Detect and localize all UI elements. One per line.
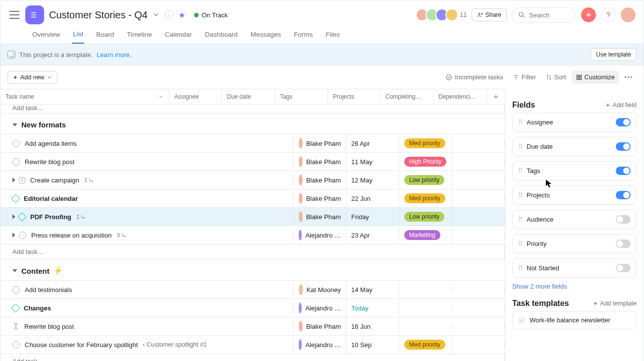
section-collapse-icon[interactable] <box>12 269 17 272</box>
sort-button[interactable]: Sort <box>541 70 571 84</box>
tag-pill[interactable]: Med priority <box>404 193 445 203</box>
field-toggle[interactable] <box>616 215 631 224</box>
task-name[interactable]: Press release on acquisition <box>31 232 112 239</box>
assignee-cell[interactable]: Alejandro … <box>294 336 346 354</box>
task-name[interactable]: Editorial calendar <box>24 195 78 202</box>
template-item[interactable]: Work-life balance newsletter <box>512 311 637 329</box>
due-date-cell[interactable]: 12 May <box>346 173 399 187</box>
drag-handle-icon[interactable]: ⠿ <box>518 216 522 223</box>
expand-subtasks-icon[interactable] <box>12 178 15 182</box>
due-date-cell[interactable]: 11 May <box>346 155 399 169</box>
tab-calendar[interactable]: Calendar <box>164 27 193 43</box>
tags-cell[interactable]: Marketing <box>399 227 452 243</box>
approval-icon[interactable] <box>19 177 25 183</box>
project-status[interactable]: On Track <box>190 9 232 21</box>
task-name[interactable]: Rewrite blog post <box>24 323 74 330</box>
projects-cell[interactable] <box>452 195 505 202</box>
search-input[interactable] <box>528 11 568 19</box>
tags-cell[interactable]: Med priority <box>399 190 452 207</box>
col-task-sort-icon[interactable] <box>158 94 164 100</box>
col-completing[interactable]: Completing… <box>380 89 433 104</box>
due-date-cell[interactable]: Today <box>346 301 399 315</box>
table-row[interactable]: Create campaign 1 Blake Pham 12 May Low … <box>0 171 505 189</box>
table-row[interactable]: Add task… <box>0 244 505 259</box>
milestone-icon[interactable] <box>17 212 26 221</box>
show-more-fields[interactable]: Show 2 more fields <box>512 283 637 290</box>
due-date-cell[interactable]: 10 Sep <box>346 338 399 352</box>
table-row[interactable]: Rewrite blog post Blake Pham 16 Jun <box>0 317 505 336</box>
due-date-cell[interactable]: 23 Apr <box>346 228 399 242</box>
incomplete-tasks-filter[interactable]: Incomplete tasks <box>441 70 508 84</box>
tab-board[interactable]: Board <box>95 27 115 43</box>
member-avatars[interactable]: 11 <box>419 8 467 21</box>
col-task-name[interactable]: Task name <box>5 93 34 100</box>
banner-link[interactable]: Learn more. <box>97 51 131 59</box>
rule-icon[interactable]: ⚡ <box>54 266 63 275</box>
tag-pill[interactable]: Low priority <box>404 212 444 222</box>
projects-cell[interactable] <box>452 232 505 239</box>
sidebar-toggle[interactable] <box>8 9 20 21</box>
tags-cell[interactable] <box>399 304 452 311</box>
subtask-count[interactable]: 1 <box>84 177 94 183</box>
drag-handle-icon[interactable]: ⠿ <box>518 240 522 247</box>
filter-button[interactable]: Filter <box>509 70 540 84</box>
add-template-button[interactable]: Add template <box>593 300 637 307</box>
task-name[interactable]: Rewrite blog post <box>25 158 74 166</box>
task-name[interactable]: Add agenda items <box>25 140 77 147</box>
projects-cell[interactable] <box>452 177 505 183</box>
quick-add-button[interactable] <box>581 7 596 22</box>
drag-handle-icon[interactable]: ⠿ <box>518 264 522 272</box>
table-row[interactable]: Changes Alejandro … Today <box>0 299 505 317</box>
projects-cell[interactable] <box>452 323 505 330</box>
tab-forms[interactable]: Forms <box>293 27 314 43</box>
tags-cell[interactable]: Low priority <box>399 172 452 188</box>
tag-pill[interactable]: Marketing <box>404 230 440 240</box>
assignee-cell[interactable]: Alejandro … <box>294 299 346 317</box>
assignee-cell[interactable]: Blake Pham <box>294 171 346 189</box>
milestone-icon[interactable] <box>11 194 20 203</box>
col-duedate[interactable]: Due date <box>222 89 275 104</box>
table-row[interactable]: Editorial calendar Blake Pham 22 Jun Med… <box>0 189 505 208</box>
table-row[interactable]: Press release on acquisition 3 Alejandro… <box>0 226 505 244</box>
add-field-button[interactable]: Add field <box>605 102 637 109</box>
tag-pill[interactable]: Med priority <box>404 138 445 148</box>
field-toggle[interactable] <box>616 191 631 199</box>
waiting-icon[interactable] <box>12 323 19 330</box>
due-date-cell[interactable]: 14 May <box>346 283 399 297</box>
project-details-icon[interactable]: i <box>164 10 173 19</box>
tab-overview[interactable]: Overview <box>31 27 61 43</box>
col-tags[interactable]: Tags <box>275 89 328 104</box>
subtask-count[interactable]: 3 <box>117 232 127 238</box>
task-name[interactable]: Choose customer for February spotlight <box>25 341 138 349</box>
drag-handle-icon[interactable]: ⠿ <box>518 191 522 199</box>
use-template-button[interactable]: Use template <box>590 48 637 61</box>
help-button[interactable]: ? <box>601 7 616 22</box>
field-item[interactable]: ⠿ Due date <box>512 137 637 156</box>
task-name[interactable]: Add testimonials <box>25 286 72 294</box>
task-complete-icon[interactable] <box>12 140 20 147</box>
tags-cell[interactable] <box>399 286 452 293</box>
field-toggle[interactable] <box>616 118 631 126</box>
task-complete-icon[interactable] <box>12 341 20 349</box>
tags-cell[interactable]: Med priority <box>399 135 452 152</box>
field-toggle[interactable] <box>616 142 631 151</box>
drag-handle-icon[interactable]: ⠿ <box>518 143 522 150</box>
assignee-cell[interactable]: Kat Mooney <box>294 281 346 299</box>
section-collapse-icon[interactable] <box>12 123 17 126</box>
add-column-button[interactable] <box>487 90 505 104</box>
projects-cell[interactable] <box>452 304 505 311</box>
drag-handle-icon[interactable]: ⠿ <box>518 167 522 175</box>
field-toggle[interactable] <box>616 240 631 248</box>
field-item[interactable]: ⠿ Assignee <box>512 113 637 132</box>
field-item[interactable]: ⠿ Not Started <box>512 258 637 278</box>
project-dropdown-chevron[interactable] <box>153 11 160 18</box>
table-row[interactable]: Rewrite blog post Blake Pham 11 May High… <box>0 153 505 171</box>
section-header[interactable]: Content ⚡ <box>0 259 505 281</box>
col-dependencies[interactable]: Dependenci… <box>433 89 487 104</box>
table-row[interactable]: Add task… <box>0 354 505 361</box>
table-row[interactable]: Choose customer for February spotlight ‹… <box>0 336 505 354</box>
table-row[interactable]: PDF Proofing 1 Blake Pham Friday Low pri… <box>0 208 505 226</box>
section-header[interactable]: New formats <box>0 114 505 134</box>
tab-timeline[interactable]: Timeline <box>126 27 153 43</box>
task-complete-icon[interactable] <box>12 158 20 166</box>
